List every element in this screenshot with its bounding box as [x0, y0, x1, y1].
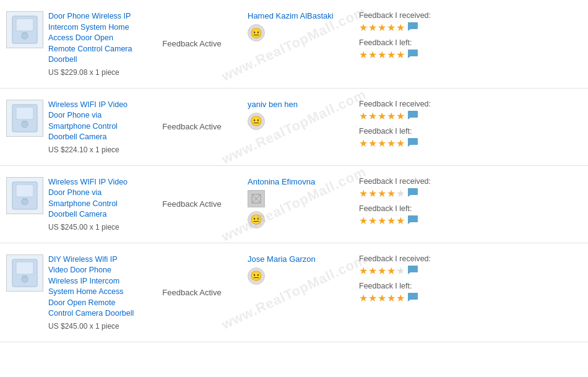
- feedback-received-label: Feedback I received:: [359, 11, 582, 20]
- feedback-received-stars: ★★★★★: [359, 266, 405, 276]
- feedback-column: Feedback I received:★★★★★Feedback I left…: [353, 6, 588, 82]
- star-filled: ★: [359, 216, 368, 226]
- feedback-column: Feedback I received:★★★★★Feedback I left…: [353, 172, 588, 236]
- feedback-received-label: Feedback I received:: [359, 254, 582, 263]
- star-filled: ★: [368, 189, 377, 199]
- comment-icon[interactable]: [407, 48, 418, 62]
- star-filled: ★: [387, 189, 396, 199]
- avatar: 😐: [248, 24, 265, 41]
- star-filled: ★: [387, 266, 396, 276]
- feedback-column: Feedback I received:★★★★★Feedback I left…: [353, 95, 588, 159]
- buyer-name[interactable]: Jose Maria Garzon: [248, 254, 347, 264]
- star-filled: ★: [378, 111, 386, 121]
- feedback-received-stars: ★★★★★: [359, 189, 405, 199]
- feedback-received-stars-row: ★★★★★: [359, 264, 582, 278]
- buyer-name[interactable]: yaniv ben hen: [248, 100, 347, 109]
- feedback-left-stars: ★★★★★: [359, 293, 405, 303]
- comment-icon[interactable]: [407, 264, 418, 278]
- svg-rect-5: [16, 107, 33, 119]
- product-info: DIY Wireless Wifi IP Video Door Phone Wi…: [48, 254, 136, 331]
- feedback-received-section: Feedback I received:★★★★★: [359, 11, 582, 35]
- star-filled: ★: [387, 293, 396, 303]
- feedback-received-stars-row: ★★★★★: [359, 21, 582, 35]
- status-badge: Feedback Active: [162, 288, 221, 297]
- product-title[interactable]: Door Phone Wireless IP Intercom System H…: [48, 11, 136, 66]
- svg-rect-1: [16, 19, 33, 31]
- buyer-column: Hamed Kazim AlBastaki😐: [241, 6, 353, 82]
- star-empty: ★: [396, 189, 405, 199]
- comment-icon[interactable]: [407, 110, 418, 123]
- product-info: Door Phone Wireless IP Intercom System H…: [48, 11, 136, 77]
- buyer-broken-image: [248, 190, 265, 207]
- product-info: Wireless WIFI IP Video Door Phone via Sm…: [48, 177, 136, 232]
- star-filled: ★: [387, 23, 396, 33]
- table-row: www.RealTopMall.com Wireless WIFI IP Vid…: [0, 166, 588, 243]
- star-filled: ★: [378, 50, 386, 60]
- table-row: www.RealTopMall.com DIY Wireless Wifi IP…: [0, 243, 588, 342]
- comment-icon[interactable]: [407, 187, 418, 201]
- feedback-table: www.RealTopMall.com Door Phone Wireless …: [0, 0, 588, 342]
- star-filled: ★: [368, 23, 377, 33]
- comment-icon[interactable]: [407, 21, 418, 35]
- feedback-left-section: Feedback I left:★★★★★: [359, 127, 582, 150]
- star-filled: ★: [359, 266, 368, 276]
- product-column: Wireless WIFI IP Video Door Phone via Sm…: [0, 95, 142, 159]
- status-badge: Feedback Active: [162, 39, 221, 48]
- product-title[interactable]: Wireless WIFI IP Video Door Phone via Sm…: [48, 177, 136, 220]
- feedback-column: Feedback I received:★★★★★Feedback I left…: [353, 249, 588, 336]
- buyer-column: Antonina Efimovna😐: [241, 172, 353, 236]
- avatar: 😐: [248, 211, 265, 228]
- feedback-left-label: Feedback I left:: [359, 204, 582, 213]
- feedback-left-section: Feedback I left:★★★★★: [359, 38, 582, 62]
- star-filled: ★: [368, 216, 377, 226]
- buyer-name[interactable]: Antonina Efimovna: [248, 177, 347, 186]
- star-filled: ★: [368, 50, 377, 60]
- star-filled: ★: [387, 111, 396, 121]
- star-filled: ★: [396, 111, 405, 121]
- avatar: 😐: [248, 113, 265, 130]
- star-filled: ★: [387, 139, 396, 149]
- feedback-left-stars-row: ★★★★★: [359, 48, 582, 62]
- feedback-received-label: Feedback I received:: [359, 177, 582, 186]
- comment-icon[interactable]: [407, 137, 418, 150]
- status-column: Feedback Active: [142, 249, 241, 336]
- star-filled: ★: [368, 293, 377, 303]
- feedback-received-stars-row: ★★★★★: [359, 187, 582, 201]
- buyer-column: yaniv ben hen😐: [241, 95, 353, 159]
- product-image: [6, 254, 43, 292]
- status-column: Feedback Active: [142, 95, 241, 159]
- feedback-left-stars: ★★★★★: [359, 139, 405, 149]
- star-filled: ★: [387, 216, 396, 226]
- star-filled: ★: [378, 23, 386, 33]
- product-title[interactable]: Wireless WIFI IP Video Door Phone via Sm…: [48, 100, 136, 143]
- status-column: Feedback Active: [142, 172, 241, 236]
- star-filled: ★: [368, 111, 377, 121]
- product-image: [6, 11, 43, 48]
- product-title[interactable]: DIY Wireless Wifi IP Video Door Phone Wi…: [48, 254, 136, 319]
- star-filled: ★: [387, 50, 396, 60]
- star-filled: ★: [396, 23, 405, 33]
- star-filled: ★: [359, 139, 368, 149]
- star-filled: ★: [378, 266, 386, 276]
- buyer-column: Jose Maria Garzon😐: [241, 249, 353, 336]
- feedback-left-stars-row: ★★★★★: [359, 214, 582, 228]
- feedback-received-section: Feedback I received:★★★★★: [359, 177, 582, 201]
- star-filled: ★: [359, 293, 368, 303]
- feedback-left-stars-row: ★★★★★: [359, 292, 582, 305]
- star-empty: ★: [396, 266, 405, 276]
- buyer-name[interactable]: Hamed Kazim AlBastaki: [248, 11, 347, 20]
- svg-rect-11: [22, 198, 27, 200]
- svg-rect-18: [22, 275, 27, 277]
- feedback-left-stars-row: ★★★★★: [359, 137, 582, 150]
- feedback-left-label: Feedback I left:: [359, 282, 582, 290]
- star-filled: ★: [396, 139, 405, 149]
- feedback-received-label: Feedback I received:: [359, 100, 582, 108]
- comment-icon[interactable]: [407, 292, 418, 305]
- star-filled: ★: [359, 189, 368, 199]
- comment-icon[interactable]: [407, 214, 418, 228]
- feedback-left-section: Feedback I left:★★★★★: [359, 204, 582, 228]
- status-column: Feedback Active: [142, 6, 241, 82]
- product-info: Wireless WIFI IP Video Door Phone via Sm…: [48, 100, 136, 154]
- star-filled: ★: [396, 216, 405, 226]
- status-badge: Feedback Active: [162, 199, 221, 209]
